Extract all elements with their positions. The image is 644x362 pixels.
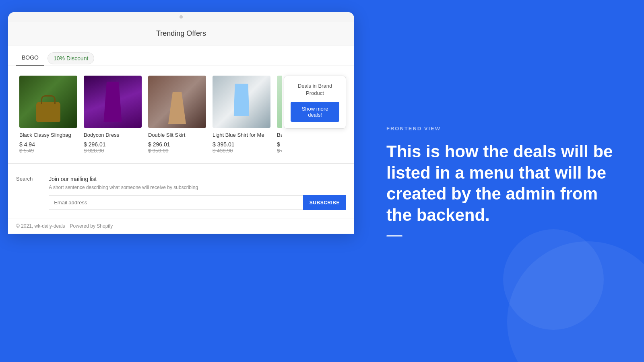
price-current: $ 296.01 [148, 141, 206, 148]
email-input[interactable] [49, 195, 303, 210]
price-row: $ 296.01 $ 328.90 [84, 141, 142, 154]
product-name: Bodycon Dress [84, 132, 142, 138]
price-row: $ 395.01 $ 438.90 [277, 141, 282, 154]
deals-label: Deals in Brand Product [291, 82, 339, 97]
products-grid: Black Classy Slingbag $ 4.94 $ 5.49 Body… [16, 72, 282, 157]
price-original: $ 350.00 [148, 148, 206, 154]
price-original: $ 328.90 [84, 148, 142, 154]
price-row: $ 296.01 $ 350.00 [148, 141, 206, 154]
tab-discount[interactable]: 10% Discount [47, 52, 94, 64]
newsletter-title: Join our mailing list [49, 176, 346, 182]
footer-search-link[interactable]: Search [16, 176, 33, 210]
product-image-tee [277, 76, 282, 128]
left-panel: Trending Offers BOGO 10% Discount Black … [0, 0, 362, 362]
browser-window: Trending Offers BOGO 10% Discount Black … [8, 12, 354, 234]
price-current: $ 296.01 [84, 141, 142, 148]
frontend-view-label: FRONTEND VIEW [386, 125, 620, 132]
copyright-text: © 2021, wk-daily-deals [16, 223, 65, 229]
footer: Search Join our mailing list A short sen… [8, 163, 354, 218]
product-card[interactable]: Black Classy Slingbag $ 4.94 $ 5.49 [16, 72, 80, 157]
product-card[interactable]: Bodycon Dress $ 296.01 $ 328.90 [80, 72, 145, 157]
product-image-skirt [148, 76, 206, 128]
browser-bar [8, 12, 354, 22]
product-name: Basic White Tee for Su [277, 132, 282, 138]
powered-by-text: Powered by Shopify [70, 223, 113, 229]
product-image-dress [84, 76, 142, 128]
hero-divider [386, 235, 402, 237]
product-card[interactable]: Double Slit Skirt $ 296.01 $ 350.00 [145, 72, 209, 157]
page-content: Trending Offers BOGO 10% Discount Black … [8, 22, 354, 234]
subscribe-button[interactable]: SUBSCRIBE [303, 195, 346, 210]
right-panel-wrapper: FRONTEND VIEW This is how the deals will… [362, 0, 644, 362]
price-original: $ 5.49 [19, 148, 77, 154]
price-current: $ 4.94 [19, 141, 77, 148]
deals-card: Deals in Brand Product Show more deals! [284, 76, 346, 129]
price-original: $ 438.90 [213, 148, 270, 154]
product-name: Black Classy Slingbag [19, 132, 77, 138]
price-current: $ 395.01 [213, 141, 270, 148]
trending-title: Trending Offers [156, 29, 206, 37]
product-card[interactable]: Basic White Tee for Su $ 395.01 $ 438.90 [274, 72, 282, 157]
newsletter-desc: A short sentence describing what someone… [49, 185, 346, 190]
tab-bogo[interactable]: BOGO [16, 51, 44, 66]
hero-description: This is how the deals will be listed in … [386, 141, 620, 226]
tabs-row: BOGO 10% Discount [8, 45, 354, 66]
footer-newsletter: Join our mailing list A short sentence d… [49, 176, 346, 210]
product-image-slingbag [19, 76, 77, 128]
price-row: $ 4.94 $ 5.49 [19, 141, 77, 154]
footer-bottom: © 2021, wk-daily-deals Powered by Shopif… [8, 218, 354, 234]
bg-decoration-circle-2 [503, 229, 604, 330]
product-image-shirt [213, 76, 270, 128]
products-section: Black Classy Slingbag $ 4.94 $ 5.49 Body… [8, 66, 354, 163]
price-current: $ 395.01 [277, 141, 282, 148]
price-row: $ 395.01 $ 438.90 [213, 141, 270, 154]
product-card[interactable]: Light Blue Shirt for Me $ 395.01 $ 438.9… [209, 72, 274, 157]
product-name: Light Blue Shirt for Me [213, 132, 270, 138]
show-more-deals-button[interactable]: Show more deals! [291, 102, 339, 122]
email-row: SUBSCRIBE [49, 195, 346, 210]
right-panel: FRONTEND VIEW This is how the deals will… [362, 101, 644, 261]
product-name: Double Slit Skirt [148, 132, 206, 138]
price-original: $ 438.90 [277, 148, 282, 154]
browser-dot [180, 15, 183, 19]
trending-header: Trending Offers [8, 22, 354, 45]
